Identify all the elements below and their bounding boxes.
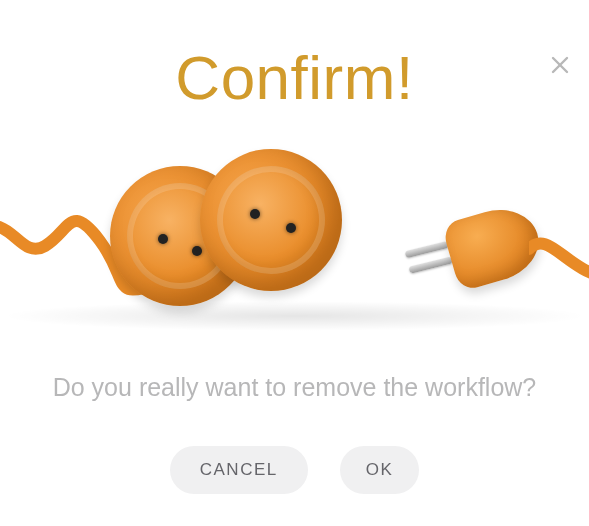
socket-icon xyxy=(200,149,342,291)
dialog-title: Confirm! xyxy=(0,42,589,113)
dialog-message: Do you really want to remove the workflo… xyxy=(0,373,589,402)
button-row: CANCEL OK xyxy=(0,446,589,494)
close-button[interactable] xyxy=(545,50,575,80)
confirm-dialog: Confirm! Do you really want to xyxy=(0,42,589,526)
plug-icon xyxy=(389,201,589,321)
close-icon xyxy=(551,56,569,74)
cancel-button[interactable]: CANCEL xyxy=(170,446,308,494)
ok-button[interactable]: OK xyxy=(340,446,420,494)
unplugged-cable-illustration xyxy=(0,141,589,341)
